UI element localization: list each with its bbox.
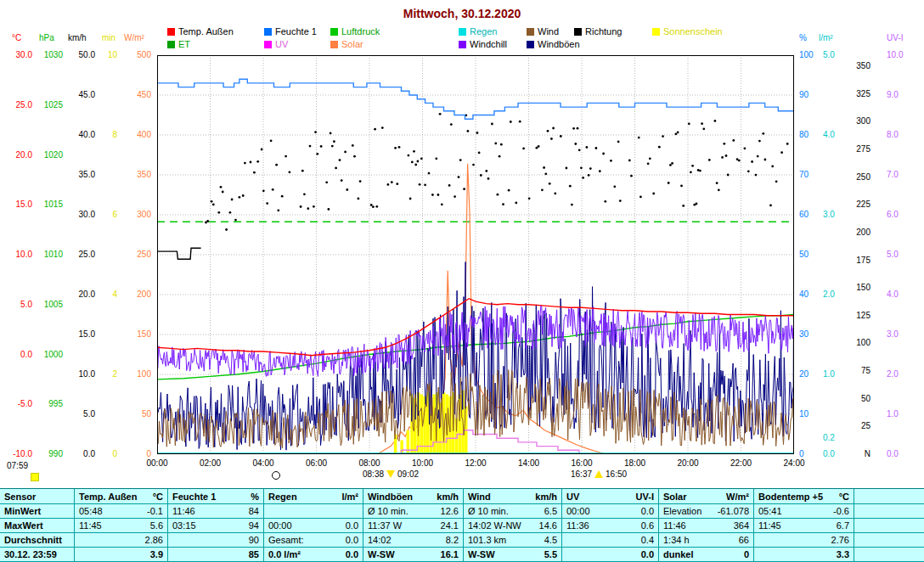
axis-tick-label: 5.0 <box>3 301 32 309</box>
axis-tick-label: N <box>848 450 870 458</box>
table-cell-solar: dunkel0 <box>659 548 754 562</box>
cell-label: 11:45 <box>79 520 102 531</box>
axis-tick-label: 990 <box>34 450 63 458</box>
legend-label-sonnenschein: Sonnenschein <box>663 26 723 37</box>
axis-tick-label: 6.0 <box>887 211 910 219</box>
column-unit: km/h <box>437 492 459 502</box>
axis-tick-label: 8 <box>88 131 117 139</box>
table-cell-temp-aussen: 3.9 <box>75 548 168 562</box>
sunrise-icon <box>386 470 395 478</box>
axis-tick-label: 0 <box>122 450 151 458</box>
table-header-filler <box>854 489 924 504</box>
cell-value: -0.6 <box>833 506 849 516</box>
sunrise-time-1: 08:38 <box>363 469 384 479</box>
legend-item-wind: Wind <box>527 26 559 37</box>
x-axis-tick-label: 16:00 <box>563 458 600 468</box>
legend-label-solar: Solar <box>341 39 363 49</box>
cell-value: 0.0 <box>641 506 654 516</box>
table-cell-wind: 101.3 km4.5 <box>464 533 562 548</box>
legend-item-solar: Solar <box>330 39 363 49</box>
axis-tick-label: 2.0 <box>887 370 910 379</box>
axis-tick-label: 4.0 <box>823 131 845 139</box>
table-cell-windboeen: W-SW16.1 <box>363 548 464 562</box>
axis-tick-label: 15.0 <box>66 330 95 339</box>
axis-tick-label: 0.2 <box>823 434 845 442</box>
axis-tick-label: 995 <box>34 400 63 408</box>
cell-value: 6.5 <box>544 506 557 516</box>
legend-label-windboeen: Windböen <box>538 39 580 49</box>
cell-label: W-SW <box>368 549 395 559</box>
table-header-bodentemp: Bodentemp +5°C <box>754 489 854 504</box>
legend-item-temp-aussen: Temp. Außen <box>167 26 234 37</box>
table-cell-wind: 14:02 W-NW14.6 <box>464 519 562 533</box>
column-label: Wind <box>468 492 491 502</box>
table-cell-filler <box>854 548 924 562</box>
cell-label: Elevation <box>663 506 701 516</box>
table-cell-bodentemp: 3.3 <box>754 548 854 562</box>
axis-tick-label: 60 <box>799 211 820 219</box>
cell-value: 5.5 <box>544 549 557 559</box>
axis-tick-label: 10.0 <box>887 51 910 59</box>
legend-swatch-et <box>167 41 175 48</box>
legend-swatch-solar <box>330 41 338 48</box>
axis-tick-label: 80 <box>799 131 820 139</box>
legend-item-feuchte-1: Feuchte 1 <box>264 26 317 37</box>
axis-unit-label: km/h <box>68 34 87 42</box>
x-axis-tick-label: 12:00 <box>457 458 494 468</box>
axis-tick-label: 1010 <box>34 250 63 259</box>
cell-value: 0.0 <box>641 549 654 559</box>
table-header-solar: SolarW/m² <box>659 489 754 504</box>
column-unit: % <box>251 492 259 502</box>
axis-tick-label: 350 <box>848 62 870 70</box>
axis-tick-label: 100 <box>848 339 870 347</box>
legend-item-windchill: Windchill <box>459 39 507 49</box>
table-cell-bodentemp: 05:41-0.6 <box>754 504 854 519</box>
axis-tick-label: 400 <box>122 131 151 139</box>
column-unit: W/m² <box>726 492 749 502</box>
axis-tick-label: 200 <box>848 228 870 237</box>
cell-value: 8.2 <box>446 535 459 545</box>
axis-tick-label: 1020 <box>34 151 63 160</box>
axis-tick-label: 2 <box>88 370 117 379</box>
x-axis-tick-label: 02:00 <box>192 458 229 468</box>
legend-item-regen: Regen <box>459 26 497 37</box>
axis-tick-label: 1.0 <box>887 410 910 419</box>
axis-tick-label: 300 <box>848 117 870 126</box>
table-header-regen: Regenl/m² <box>264 489 363 504</box>
table-cell-filler <box>854 504 924 519</box>
x-axis-tick-label: 04:00 <box>245 458 282 468</box>
cell-value: 6.7 <box>837 520 849 531</box>
cell-value: 5.6 <box>150 520 163 531</box>
cell-value: 84 <box>249 506 259 516</box>
legend-label-regen: Regen <box>470 26 497 37</box>
axis-tick-label: 10 <box>88 51 117 59</box>
table-row-label: MaxWert <box>0 519 75 533</box>
axis-tick-label: 4 <box>88 290 117 299</box>
axis-tick-label: 45.0 <box>66 91 95 99</box>
legend-swatch-windchill <box>459 41 466 48</box>
column-label: Regen <box>268 492 297 502</box>
sunset-time-1: 16:37 <box>571 469 592 479</box>
table-cell-feuchte-1: 85 <box>168 548 264 562</box>
x-axis-tick-label: 20:00 <box>669 458 707 468</box>
legend-label-uv: UV <box>275 39 288 49</box>
axis-tick-label: 5.0 <box>823 51 845 59</box>
cell-value: 94 <box>249 520 259 531</box>
cell-value: 66 <box>739 535 749 545</box>
axis-tick-label: 7.0 <box>887 171 910 179</box>
x-axis-tick-label: 00:00 <box>138 458 176 468</box>
axis-tick-label: -5.0 <box>3 400 32 408</box>
table-cell-wind: Ø 10 min.6.5 <box>464 504 562 519</box>
column-label: Temp. Außen <box>79 492 137 502</box>
column-label: Windböen <box>368 492 413 502</box>
axis-tick-label: 25 <box>848 422 870 430</box>
table-cell-feuchte-1: 11:4684 <box>168 504 264 519</box>
cell-value: 0.0 <box>346 549 358 559</box>
cell-value: 16.1 <box>441 549 459 559</box>
axis-tick-label: 30 <box>799 330 820 339</box>
axis-tick-label: 150 <box>122 330 151 339</box>
table-cell-solar: Elevation-61.078 <box>659 504 754 519</box>
cell-value: 3.9 <box>150 549 163 559</box>
x-axis-tick-label: 14:00 <box>510 458 548 468</box>
legend-label-temp-aussen: Temp. Außen <box>178 26 234 37</box>
